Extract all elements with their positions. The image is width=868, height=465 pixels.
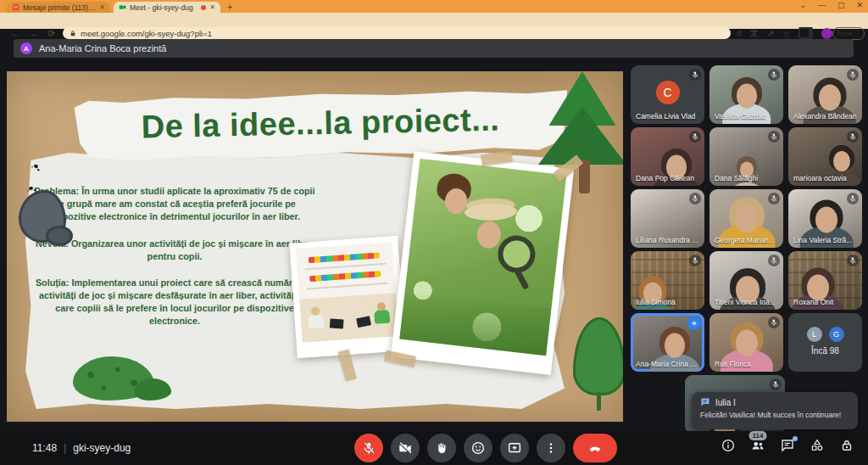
slide-body-text: Problema: În urma unor studii aplicate l…	[32, 185, 317, 342]
tab-mail[interactable]: Mesaje primite (113) - videocon ✕	[7, 2, 110, 13]
participant-tile[interactable]: Dana Sălăghi	[709, 127, 783, 186]
participant-name: marioara octavia	[793, 174, 847, 182]
participant-tile[interactable]: Roxana Onit	[788, 251, 862, 310]
participant-name: Dana Sălăghi	[715, 174, 758, 182]
mic-muted-icon	[847, 131, 859, 143]
participant-video	[736, 329, 758, 356]
meet-favicon-icon	[119, 3, 126, 11]
back-icon[interactable]: ←	[10, 27, 19, 39]
error-label: Error	[837, 30, 852, 37]
unread-dot	[793, 436, 798, 441]
participant-tile[interactable]: marioara octavia	[788, 127, 862, 186]
overflow-menu-icon[interactable]: ⋮	[854, 30, 860, 37]
photo-kids-magnifier	[391, 151, 574, 375]
slide-paragraph-problema: Problema: În urma unor studii aplicate l…	[32, 185, 317, 223]
mic-muted-icon	[847, 193, 859, 204]
participant-tile[interactable]: Ana-Maria Crina ...	[631, 313, 704, 372]
reactions-button[interactable]	[464, 434, 492, 462]
mic-muted-icon	[768, 193, 780, 204]
camera-button[interactable]	[391, 434, 420, 462]
participant-tile[interactable]: Vasilica Gazdac	[709, 65, 783, 124]
mail-favicon-icon	[12, 3, 19, 11]
raise-hand-button[interactable]	[427, 434, 456, 462]
translate-icon[interactable]: 文	[750, 27, 759, 39]
avatar: C	[656, 81, 680, 104]
tab-meet[interactable]: Meet - gki-syey-dug ✕	[114, 2, 220, 13]
mic-muted-icon	[770, 378, 782, 390]
forward-icon[interactable]: →	[29, 27, 38, 39]
participant-tile[interactable]: Georgeta Marian...	[709, 189, 783, 248]
close-icon[interactable]: ✕	[856, 1, 863, 9]
mic-muted-icon	[689, 131, 701, 143]
slide-canvas: De la idee...la proiect... Problema: În …	[7, 71, 623, 422]
participant-name: Dana Pop Căilean	[636, 174, 694, 182]
leaf-tree-stem	[597, 392, 601, 411]
divider: |	[64, 442, 66, 454]
participant-video	[815, 206, 837, 232]
mic-muted-icon	[689, 255, 701, 266]
participant-video	[665, 333, 685, 358]
info-button[interactable]	[721, 438, 736, 453]
lock-icon	[70, 30, 76, 37]
participant-tile[interactable]: Iulia Simona	[631, 251, 704, 310]
address-bar[interactable]: meet.google.com/gki-syey-dug?pli=1	[63, 27, 731, 39]
participant-video	[730, 182, 762, 186]
new-tab-button[interactable]: +	[227, 2, 232, 12]
leaf-tree-illustration	[573, 317, 623, 395]
camera-allowed-icon[interactable]: ⌑	[737, 29, 742, 38]
participant-video	[807, 274, 829, 300]
more-participants-tile[interactable]: LGÎncă 98	[788, 313, 862, 372]
presentation-tile[interactable]: De la idee...la proiect... Problema: În …	[7, 71, 623, 422]
participant-tile[interactable]: Liliana Ruxandra ...	[631, 189, 704, 248]
more-options-button[interactable]	[537, 434, 565, 462]
slide-paragraph-solutia: Soluția: Implementarea unui proiect care…	[32, 277, 317, 328]
participant-grid: CCamelia Livia VladVasilica GazdacAlexan…	[631, 65, 862, 434]
participant-name: Alexandra Băndean	[793, 112, 856, 120]
tab-label: Meet - gki-syey-dug	[130, 3, 198, 12]
participant-name: Liliana Ruxandra ...	[636, 236, 698, 244]
minimize-icon[interactable]: —	[818, 1, 826, 9]
mic-muted-icon	[847, 69, 859, 81]
reload-icon[interactable]: ⟳	[47, 27, 55, 39]
participant-name: Ana-Maria Crina ...	[636, 360, 696, 368]
slide-paragraph-nevoia: Nevoia: Organizarea unor activități de j…	[32, 238, 317, 263]
chat-button[interactable]	[780, 438, 795, 453]
magnifier-icon	[496, 233, 537, 275]
participant-tile[interactable]: Lina Valeria Stră...	[788, 189, 862, 248]
mic-button[interactable]	[354, 434, 383, 462]
people-button[interactable]: 114	[750, 438, 765, 453]
participant-name: Iulia Simona	[636, 298, 676, 306]
maximize-icon[interactable]: ▢	[837, 1, 845, 9]
rock-small-illustration	[46, 226, 73, 246]
side-panel-icon[interactable]	[798, 27, 813, 39]
activities-button[interactable]	[810, 438, 825, 453]
participant-video	[819, 84, 841, 110]
bookmark-star-icon[interactable]: ☆	[782, 29, 790, 38]
panel-buttons: 114	[721, 438, 854, 453]
participant-tile[interactable]: Titieni Viorica Ioa...	[709, 251, 783, 310]
tab-close-icon[interactable]: ✕	[209, 3, 215, 11]
photo-kids-laptops	[289, 236, 405, 359]
host-controls-button[interactable]	[839, 438, 854, 453]
clock-time: 11:48	[32, 442, 57, 454]
mic-muted-icon	[768, 255, 780, 266]
url-text: meet.google.com/gki-syey-dug?pli=1	[81, 29, 212, 38]
tab-close-icon[interactable]: ✕	[99, 3, 105, 11]
error-extension-button[interactable]: Error ⋮	[832, 27, 865, 40]
participant-tile[interactable]: Dana Pop Căilean	[631, 127, 704, 186]
chat-toast[interactable]: Iulia I Felicitări Vasilica! Mult succes…	[692, 392, 858, 429]
share-icon[interactable]: ↗	[767, 29, 774, 38]
mic-muted-icon	[847, 255, 859, 266]
audio-active-icon	[687, 317, 701, 330]
participant-tile[interactable]: Rus Florica	[709, 313, 783, 372]
profile-avatar[interactable]	[821, 28, 832, 39]
present-button[interactable]	[500, 434, 529, 462]
mic-muted-icon	[689, 193, 701, 204]
mic-muted-icon	[768, 131, 780, 143]
participant-tile[interactable]: Alexandra Băndean	[788, 65, 862, 124]
tab-label: Mesaje primite (113) - videocon	[23, 3, 96, 12]
participant-name: Roxana Onit	[793, 298, 833, 306]
end-call-button[interactable]	[573, 434, 617, 462]
profile-chevron-icon[interactable]: ⌄	[799, 1, 806, 9]
participant-tile[interactable]: CCamelia Livia Vlad	[631, 65, 704, 124]
